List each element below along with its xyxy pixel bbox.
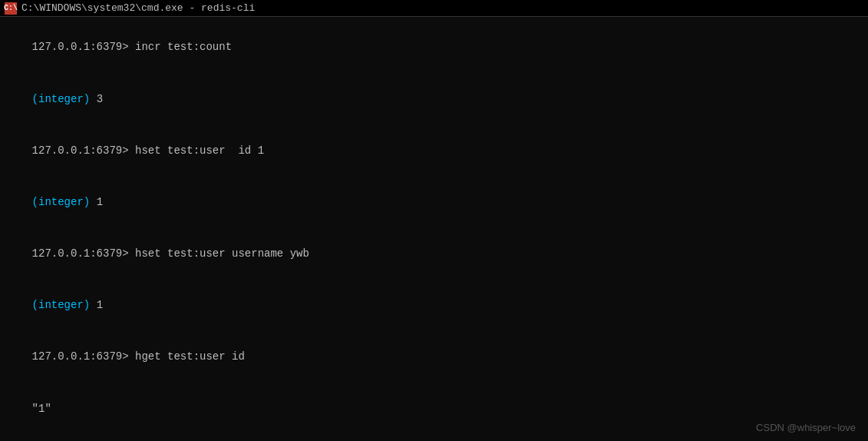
title-bar-text: C:\WINDOWS\system32\cmd.exe - redis-cli	[21, 2, 255, 14]
integer-label-2: (integer)	[32, 93, 97, 105]
prompt-1: 127.0.0.1:6379>	[32, 41, 135, 53]
prompt-7: 127.0.0.1:6379>	[32, 350, 135, 363]
title-bar: C:\ C:\WINDOWS\system32\cmd.exe - redis-…	[0, 0, 868, 17]
integer-label-4: (integer)	[32, 196, 97, 208]
cmd-3: hset test:user id 1	[135, 144, 264, 157]
integer-value-4: 1	[97, 196, 103, 208]
title-bar-icon: C:\	[5, 2, 17, 15]
prompt-5: 127.0.0.1:6379>	[32, 247, 135, 260]
terminal-line-1: 127.0.0.1:6379> incr test:count	[6, 22, 862, 73]
cmd-1: incr test:count	[135, 41, 232, 53]
terminal-line-7: 127.0.0.1:6379> hget test:user id	[6, 331, 862, 383]
terminal-body: 127.0.0.1:6379> incr test:count (integer…	[0, 17, 868, 441]
integer-value-6: 1	[97, 299, 103, 311]
prompt-3: 127.0.0.1:6379>	[32, 144, 135, 157]
integer-value-2: 3	[97, 93, 103, 105]
integer-label-6: (integer)	[32, 299, 97, 311]
terminal-line-4: (integer) 1	[6, 177, 862, 228]
string-value-8: "1"	[32, 403, 51, 415]
cmd-5: hset test:user username ywb	[135, 247, 309, 260]
terminal-line-6: (integer) 1	[6, 280, 862, 331]
watermark-text: CSDN @whisper~love	[756, 422, 856, 433]
cmd-7: hget test:user id	[135, 350, 245, 363]
terminal-line-5: 127.0.0.1:6379> hset test:user username …	[6, 228, 862, 280]
terminal-line-2: (integer) 3	[6, 73, 862, 124]
terminal-line-8: "1"	[6, 383, 862, 434]
terminal-line-9: 127.0.0.1:6379> hget test:user username	[6, 434, 862, 441]
terminal-line-3: 127.0.0.1:6379> hset test:user id 1	[6, 124, 862, 176]
